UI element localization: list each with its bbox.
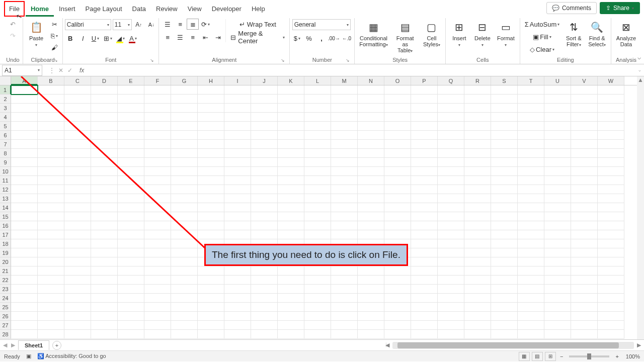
cell-G10[interactable]: [171, 167, 198, 176]
cell-V13[interactable]: [571, 194, 598, 203]
tab-view[interactable]: View: [183, 1, 207, 17]
cell-N8[interactable]: [358, 149, 384, 158]
cell-H8[interactable]: [198, 149, 224, 158]
cell-L17[interactable]: [304, 230, 331, 239]
cell-A11[interactable]: [11, 176, 38, 185]
cell-I27[interactable]: [224, 321, 251, 330]
cell-K13[interactable]: [278, 194, 304, 203]
cell-F21[interactable]: [144, 266, 171, 276]
cell-C28[interactable]: [64, 330, 91, 339]
cell-N23[interactable]: [358, 285, 384, 294]
cell-J2[interactable]: [251, 95, 278, 104]
cell-T5[interactable]: [518, 122, 544, 131]
cell-C14[interactable]: [64, 203, 91, 212]
cell-G19[interactable]: [171, 248, 198, 257]
cell-P7[interactable]: [411, 140, 438, 149]
cell-I5[interactable]: [224, 122, 251, 131]
decrease-indent-button[interactable]: ⇤: [200, 32, 211, 42]
cell-H13[interactable]: [198, 194, 224, 203]
cell-J5[interactable]: [251, 122, 278, 131]
cell-V19[interactable]: [571, 248, 598, 257]
cell-F19[interactable]: [144, 248, 171, 257]
cell-W25[interactable]: [598, 303, 624, 312]
col-header-A[interactable]: A: [11, 76, 38, 85]
cell-V12[interactable]: [571, 185, 598, 194]
cell-N1[interactable]: [358, 85, 384, 95]
align-left-button[interactable]: ≡: [162, 32, 173, 42]
cell-E20[interactable]: [118, 257, 144, 266]
col-header-H[interactable]: H: [198, 76, 224, 85]
cell-R1[interactable]: [464, 85, 491, 95]
cell-N21[interactable]: [358, 266, 384, 276]
cell-Q11[interactable]: [438, 176, 464, 185]
col-header-V[interactable]: V: [571, 76, 598, 85]
share-button[interactable]: ⇪ Share ▾: [600, 2, 640, 14]
cell-L14[interactable]: [304, 203, 331, 212]
cell-N25[interactable]: [358, 303, 384, 312]
cell-S8[interactable]: [491, 149, 518, 158]
undo-button[interactable]: ↶: [8, 19, 19, 29]
col-header-C[interactable]: C: [64, 76, 91, 85]
cell-B1[interactable]: [38, 85, 64, 95]
cell-M23[interactable]: [331, 285, 358, 294]
cell-F12[interactable]: [144, 185, 171, 194]
cell-T11[interactable]: [518, 176, 544, 185]
cell-P5[interactable]: [411, 122, 438, 131]
cell-O25[interactable]: [384, 303, 411, 312]
cell-H17[interactable]: [198, 230, 224, 239]
cell-A12[interactable]: [11, 185, 38, 194]
cell-M6[interactable]: [331, 131, 358, 140]
cell-U26[interactable]: [544, 312, 571, 321]
cell-E6[interactable]: [118, 131, 144, 140]
cell-B10[interactable]: [38, 167, 64, 176]
cell-W3[interactable]: [598, 104, 624, 113]
cell-L15[interactable]: [304, 212, 331, 221]
cell-G9[interactable]: [171, 158, 198, 167]
cell-R18[interactable]: [464, 239, 491, 248]
col-header-N[interactable]: N: [358, 76, 384, 85]
cell-D21[interactable]: [91, 266, 118, 276]
row-header-17[interactable]: 17: [0, 230, 11, 239]
cell-G4[interactable]: [171, 113, 198, 122]
paste-button[interactable]: 📋 Paste▾: [26, 19, 47, 49]
cell-L7[interactable]: [304, 140, 331, 149]
cell-M22[interactable]: [331, 276, 358, 285]
cell-V18[interactable]: [571, 239, 598, 248]
cell-R20[interactable]: [464, 257, 491, 266]
cell-J6[interactable]: [251, 131, 278, 140]
cell-S3[interactable]: [491, 104, 518, 113]
clipboard-launcher-icon[interactable]: ↘: [53, 58, 58, 63]
cell-B20[interactable]: [38, 257, 64, 266]
cell-K28[interactable]: [278, 330, 304, 339]
cell-R8[interactable]: [464, 149, 491, 158]
cell-R4[interactable]: [464, 113, 491, 122]
cell-N26[interactable]: [358, 312, 384, 321]
cell-L1[interactable]: [304, 85, 331, 95]
cell-D13[interactable]: [91, 194, 118, 203]
redo-button[interactable]: ↷: [8, 31, 19, 41]
row-header-9[interactable]: 9: [0, 158, 11, 167]
cell-L28[interactable]: [304, 330, 331, 339]
cell-E18[interactable]: [118, 239, 144, 248]
cell-J17[interactable]: [251, 230, 278, 239]
cell-V9[interactable]: [571, 158, 598, 167]
cell-S22[interactable]: [491, 276, 518, 285]
cell-N16[interactable]: [358, 221, 384, 230]
cell-L23[interactable]: [304, 285, 331, 294]
cell-B18[interactable]: [38, 239, 64, 248]
cell-C11[interactable]: [64, 176, 91, 185]
cell-I11[interactable]: [224, 176, 251, 185]
cell-C6[interactable]: [64, 131, 91, 140]
cell-W13[interactable]: [598, 194, 624, 203]
cell-I15[interactable]: [224, 212, 251, 221]
cell-H14[interactable]: [198, 203, 224, 212]
cell-E15[interactable]: [118, 212, 144, 221]
cell-J25[interactable]: [251, 303, 278, 312]
cell-M2[interactable]: [331, 95, 358, 104]
accounting-format-button[interactable]: $▾: [292, 33, 302, 43]
cell-D2[interactable]: [91, 95, 118, 104]
col-header-E[interactable]: E: [118, 76, 144, 85]
cell-P18[interactable]: [411, 239, 438, 248]
cell-A4[interactable]: [11, 113, 38, 122]
cell-K4[interactable]: [278, 113, 304, 122]
